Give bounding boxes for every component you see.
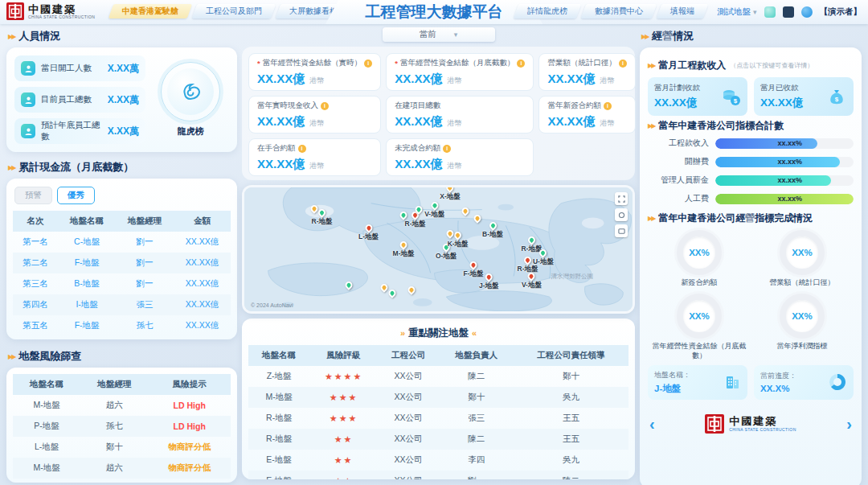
table-row: P-地盤孫七LD High bbox=[13, 416, 231, 437]
carousel-left-arrow[interactable]: ‹ bbox=[649, 416, 655, 432]
apps-icon[interactable] bbox=[783, 6, 794, 18]
site-name-cell: M-地盤 bbox=[13, 395, 80, 416]
cashflow-tab[interactable]: 優秀 bbox=[57, 187, 95, 204]
table-row[interactable]: 第五名F-地盤孫七XX.XX億 bbox=[13, 315, 231, 336]
table-row: E-地盤★★XX公司劉一陳二 bbox=[248, 471, 628, 479]
sites-map[interactable]: R-地盤L-地盤M-地盤R-地盤V-地盤X-地盤O-地盤K-地盤B-地盤F-地盤… bbox=[242, 185, 635, 314]
info-icon[interactable]: i bbox=[298, 145, 306, 153]
map-pin[interactable] bbox=[400, 212, 407, 219]
nav-tab[interactable]: 填報端 bbox=[657, 4, 709, 18]
info-icon[interactable]: i bbox=[321, 102, 329, 110]
column-header: 地盤負責人 bbox=[439, 345, 514, 366]
table-row[interactable]: 第二名F-地盤劉一XX.XX億 bbox=[13, 253, 231, 273]
metric-label: *當年經營性資金結餘（月底截數）i bbox=[395, 58, 525, 68]
gauge-ring: XX% bbox=[677, 294, 722, 339]
page-title: 工程管理大數據平台 bbox=[326, 0, 542, 24]
table-cell: XX.XX億 bbox=[174, 315, 231, 336]
map-pin[interactable] bbox=[388, 290, 395, 297]
map-pin[interactable] bbox=[346, 282, 353, 289]
info-icon[interactable]: i bbox=[604, 102, 612, 110]
info-icon[interactable]: i bbox=[443, 145, 451, 153]
personnel-stat-label: 預計年底員工總數 bbox=[41, 120, 102, 142]
red-pin-icon bbox=[363, 223, 374, 233]
map-pin[interactable] bbox=[416, 206, 423, 213]
monthly-income-hint: （点击以下按键可查看详情） bbox=[730, 61, 813, 70]
map-pin[interactable] bbox=[310, 205, 317, 212]
map-pin[interactable]: L-地盤 bbox=[358, 224, 379, 242]
map-pin[interactable] bbox=[446, 230, 453, 237]
bar-label: 工程款收入 bbox=[648, 138, 709, 149]
title-ornament-left-icon: » bbox=[400, 328, 405, 338]
received-payments-card[interactable]: 當月已收款 XX.XX億 $ bbox=[754, 77, 854, 116]
map-pin[interactable]: M-地盤 bbox=[393, 241, 415, 259]
avatar-icon[interactable] bbox=[801, 6, 813, 18]
map-pin[interactable]: R-地盤 bbox=[518, 257, 538, 274]
map-pin[interactable] bbox=[462, 208, 469, 215]
svg-text:$: $ bbox=[734, 97, 738, 105]
leaderboard-badge[interactable]: 龍虎榜 bbox=[152, 55, 229, 144]
column-header: 地盤名稱 bbox=[58, 211, 116, 232]
building-icon bbox=[723, 373, 741, 391]
personnel-card: 當日開工人數X.XX萬目前員工總數X.XX萬預計年底員工總數X.XX萬 龍虎榜 bbox=[6, 47, 237, 152]
site-name-cell: Z-地盤 bbox=[248, 366, 309, 387]
leader-cell: 吳九 bbox=[514, 450, 628, 471]
user-role-label: 【演示者】 bbox=[820, 6, 862, 18]
gauge-value: XX% bbox=[689, 311, 710, 321]
metric-label: 營業額（統計口徑）i bbox=[547, 58, 627, 68]
monthly-income-title: ▶▶ 當月工程款收入 （点击以下按键可查看详情） bbox=[648, 59, 854, 72]
completion-gauge: XX%新簽合約額 bbox=[648, 230, 751, 287]
table-row[interactable]: 第四名I-地盤張三XX.XX億 bbox=[13, 294, 231, 315]
map-pin[interactable] bbox=[473, 215, 481, 222]
info-icon[interactable]: i bbox=[619, 60, 627, 68]
manager-cell: 吳九 bbox=[80, 479, 148, 483]
map-pin[interactable]: V-地盤 bbox=[522, 273, 542, 290]
map-pin[interactable]: V-地盤 bbox=[424, 202, 444, 220]
site-selector-dropdown[interactable]: 測試地盤 ▾ bbox=[717, 6, 757, 18]
risk-rating-cell: ★★★ bbox=[309, 408, 378, 429]
table-cell: 孫七 bbox=[116, 315, 174, 336]
nav-tab[interactable]: 工程公司及部門 bbox=[192, 4, 276, 18]
column-header: 地盤經理 bbox=[116, 211, 174, 232]
table-row[interactable]: 第一名C-地盤劉一XX.XX億 bbox=[13, 232, 231, 253]
cashflow-tab[interactable]: 預警 bbox=[14, 187, 52, 204]
info-icon[interactable]: i bbox=[517, 60, 525, 68]
map-pin[interactable]: B-地盤 bbox=[482, 222, 503, 240]
map-pin[interactable]: R-地盤 bbox=[405, 212, 426, 229]
table-row[interactable]: 第三名B-地盤劉一XX.XX億 bbox=[13, 273, 231, 294]
legend-button[interactable] bbox=[615, 224, 628, 237]
metric-label: 當年新簽合約額i bbox=[547, 101, 627, 111]
nav-tab[interactable]: 數據消費中心 bbox=[581, 4, 657, 18]
site-name-cell: R-地盤 bbox=[248, 408, 309, 429]
gauge-value: XX% bbox=[689, 248, 710, 257]
table-row: Z-地盤★★★★XX公司陳二鄭十 bbox=[248, 366, 628, 387]
table-cell: XX.XX億 bbox=[174, 253, 231, 273]
map-pin-label: K-地盤 bbox=[448, 240, 469, 249]
personnel-stat-value: X.XX萬 bbox=[108, 93, 139, 107]
period-dropdown[interactable]: 當前 ▾ bbox=[383, 27, 495, 42]
column-header: 工程公司責任領導 bbox=[514, 345, 628, 366]
locate-button[interactable] bbox=[615, 208, 628, 221]
planned-receipts-card[interactable]: 當月計劃收款 XX.XX億 $ bbox=[648, 77, 747, 116]
nav-tab[interactable]: 詳情龍虎榜 bbox=[514, 4, 582, 18]
top-header: 中國建築 CHINA STATE CONSTRUCTION 中建香港駕駛艙工程公… bbox=[0, 0, 868, 24]
section-marker-icon: ▶▶ bbox=[648, 122, 654, 129]
map-pin[interactable] bbox=[407, 286, 415, 294]
notification-icon[interactable] bbox=[764, 6, 776, 18]
carousel-right-arrow[interactable]: › bbox=[846, 416, 852, 432]
table-row: D-地盤吳九物商評分低 bbox=[13, 479, 231, 483]
metric-card: 未完成合約額iXX.XX億港幣 bbox=[386, 138, 534, 176]
site-selector-value: 測試地盤 bbox=[717, 6, 751, 18]
info-icon[interactable]: i bbox=[364, 60, 372, 68]
map-pin[interactable]: J-地盤 bbox=[479, 273, 499, 291]
map-pin[interactable]: X-地盤 bbox=[440, 185, 461, 202]
title-ornament-right-icon: « bbox=[472, 328, 477, 338]
risk-section-title: ▶▶ 地盤風險篩查 bbox=[8, 349, 237, 364]
footer-logo-text-en: CHINA STATE CONSTRUCTION bbox=[729, 427, 796, 432]
map-pin[interactable] bbox=[380, 284, 387, 291]
star-rating-icon: ★★★★ bbox=[325, 372, 362, 381]
fullscreen-button[interactable] bbox=[615, 192, 628, 205]
table-cell: XX.XX億 bbox=[174, 232, 231, 253]
metric-value-row: XX.XX億港幣 bbox=[257, 114, 372, 129]
metric-label-text: 營業額（統計口徑） bbox=[547, 58, 616, 68]
nav-tab[interactable]: 中建香港駕駛艙 bbox=[108, 4, 193, 18]
